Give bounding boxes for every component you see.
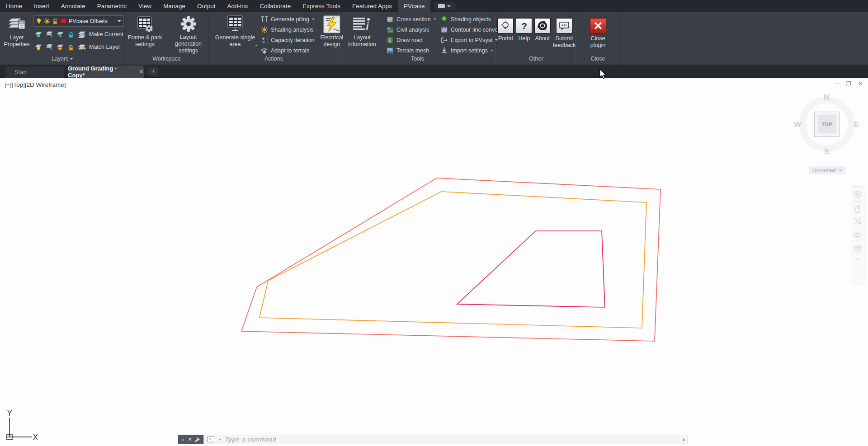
zoom-icon[interactable] — [854, 216, 862, 225]
layer-thaw-sun-icon — [44, 18, 50, 24]
active-document-title: Ground Grading - Copy* — [68, 65, 135, 79]
tab-manage[interactable]: Manage — [157, 0, 191, 12]
customize-wrench-icon[interactable] — [195, 437, 200, 442]
offset-boundary-polyline[interactable] — [259, 192, 646, 328]
feedback-bubble-icon — [556, 18, 572, 33]
shading-analysis-button[interactable]: Shading analysis — [260, 24, 315, 35]
view-name-value: Unnamed — [812, 167, 836, 174]
file-tab-start[interactable]: Start — [5, 66, 64, 78]
drag-handle-icon[interactable]: ⠿ — [181, 439, 185, 441]
file-tab-bar: Start Ground Grading - Copy* ✕ + — [0, 65, 868, 78]
layout-generation-settings-button[interactable]: Layout generation settings — [168, 12, 209, 54]
layout-information-icon: i — [352, 14, 372, 34]
close-command-line-icon[interactable]: ✕ — [188, 437, 192, 442]
ucs-icon: Y X — [0, 399, 50, 441]
file-tab-active-document[interactable]: Ground Grading - Copy* ✕ — [68, 66, 144, 78]
generate-piling-dropdown-icon[interactable] — [312, 19, 315, 20]
outer-boundary-polyline[interactable] — [241, 178, 660, 341]
tab-featured-apps[interactable]: Featured Apps — [346, 0, 398, 12]
frame-park-settings-button[interactable]: Frame & park settings — [124, 12, 166, 54]
layer-isolate-icon[interactable] — [44, 30, 54, 38]
generate-single-area-button[interactable]: Generate single area — [213, 12, 257, 54]
ribbon-empty-space — [620, 12, 868, 65]
command-input[interactable]: >_ Type a command ▲ — [203, 435, 688, 444]
make-current-button[interactable]: Make Current — [89, 31, 123, 38]
layer-selector[interactable]: PVcase Offsets — [33, 15, 124, 27]
tab-annotate[interactable]: Annotate — [55, 0, 91, 12]
panel-workspace: Frame & park settings Layout generation … — [125, 12, 209, 65]
viewcube-east[interactable]: E — [854, 120, 859, 129]
import-settings-dropdown-icon[interactable] — [491, 50, 493, 51]
tab-close-icon[interactable]: ✕ — [139, 68, 144, 75]
panel-tools: i Layout information Cross section Civil… — [339, 12, 496, 65]
layer-freeze-icon[interactable] — [55, 30, 65, 38]
layer-unlock-button-icon[interactable] — [66, 43, 75, 51]
exclusion-area-polyline[interactable] — [457, 231, 605, 307]
tab-add-ins[interactable]: Add-ins — [221, 0, 254, 12]
generate-piling-button[interactable]: Generate piling — [260, 14, 315, 24]
portal-bulb-icon — [497, 18, 514, 33]
viewcube-south[interactable]: S — [824, 147, 829, 156]
shading-objects-icon — [440, 16, 448, 23]
pan-hand-icon[interactable] — [854, 205, 861, 213]
viewcube-north[interactable]: N — [824, 93, 829, 102]
viewcube[interactable]: N W E S TOP — [797, 94, 857, 155]
adapt-to-terrain-icon — [260, 47, 268, 54]
tab-insert[interactable]: Insert — [28, 0, 55, 12]
drawing-viewport[interactable]: [−][Top][2D Wireframe] ─ ❐ ✕ N W E S TOP… — [0, 78, 868, 446]
about-logo-icon — [534, 18, 551, 33]
civil-analysis-icon — [386, 26, 394, 33]
view-name-caret-icon — [838, 169, 843, 172]
tab-output[interactable]: Output — [191, 0, 222, 12]
navbar-divider — [853, 242, 862, 242]
layer-on-icon[interactable] — [33, 43, 43, 51]
layers-panel-label[interactable]: Layers — [0, 54, 124, 65]
tab-parametric[interactable]: Parametric — [91, 0, 132, 12]
match-layer-button[interactable]: Match Layer — [89, 44, 120, 50]
civil-analysis-button[interactable]: Civil analysis — [386, 24, 434, 35]
navigation-wheel-icon[interactable] — [854, 190, 862, 198]
viewcube-west[interactable]: W — [794, 120, 801, 129]
generate-single-area-dropdown-icon[interactable] — [255, 45, 258, 46]
showmotion-icon[interactable] — [854, 245, 862, 253]
submit-feedback-label: Submit feedback — [551, 35, 577, 49]
help-label: Help — [519, 35, 530, 42]
about-label: About — [535, 35, 550, 42]
layer-selector-value: PVcase Offsets — [69, 18, 115, 24]
recent-commands-icon[interactable] — [218, 439, 221, 440]
layer-unisolate-icon[interactable] — [44, 43, 54, 51]
command-prompt-icon[interactable]: >_ — [208, 437, 214, 442]
frame-park-settings-label: Frame & park settings — [124, 34, 166, 48]
layer-selector-dropdown-icon[interactable] — [118, 20, 121, 22]
command-history-icon[interactable]: ▲ — [682, 437, 686, 441]
viewcube-top-face[interactable]: TOP — [814, 112, 840, 137]
ribbon-display-toggle[interactable] — [434, 2, 455, 10]
navbar-collapse-icon[interactable]: ⊖ — [856, 257, 859, 261]
view-name-dropdown[interactable]: Unnamed — [809, 166, 846, 174]
tab-pvcase[interactable]: PVcase — [398, 0, 431, 12]
tools-panel-label: Tools — [339, 54, 496, 65]
layer-off-icon[interactable] — [33, 30, 43, 38]
layer-color-swatch[interactable] — [60, 19, 66, 23]
new-tab-button[interactable]: + — [148, 67, 158, 75]
cross-section-button[interactable]: Cross section — [386, 14, 434, 24]
tab-collaborate[interactable]: Collaborate — [254, 0, 297, 12]
layer-thaw-icon[interactable] — [55, 43, 65, 51]
cross-section-dropdown-icon[interactable] — [434, 19, 436, 20]
layout-information-button[interactable]: i Layout information — [344, 12, 380, 54]
close-x-icon — [590, 18, 606, 33]
navigation-bar[interactable]: ⊖ — [851, 186, 864, 285]
svg-text:i: i — [366, 20, 369, 33]
command-line-grip[interactable]: ⠿ ✕ — [178, 435, 203, 444]
layer-properties-button[interactable]: Layer Properties — [3, 12, 31, 54]
gear-icon — [179, 14, 198, 34]
drawing-canvas[interactable] — [0, 78, 868, 446]
tab-express-tools[interactable]: Express Tools — [297, 0, 346, 12]
capacity-iteration-button[interactable]: Capacity iteration — [260, 35, 315, 45]
tab-home[interactable]: Home — [0, 0, 28, 12]
tab-view[interactable]: View — [132, 0, 157, 12]
layer-lock-icon[interactable] — [66, 30, 75, 38]
orbit-icon[interactable] — [854, 231, 862, 239]
draw-road-button[interactable]: Draw road — [386, 35, 434, 45]
electrical-design-icon — [323, 14, 341, 34]
